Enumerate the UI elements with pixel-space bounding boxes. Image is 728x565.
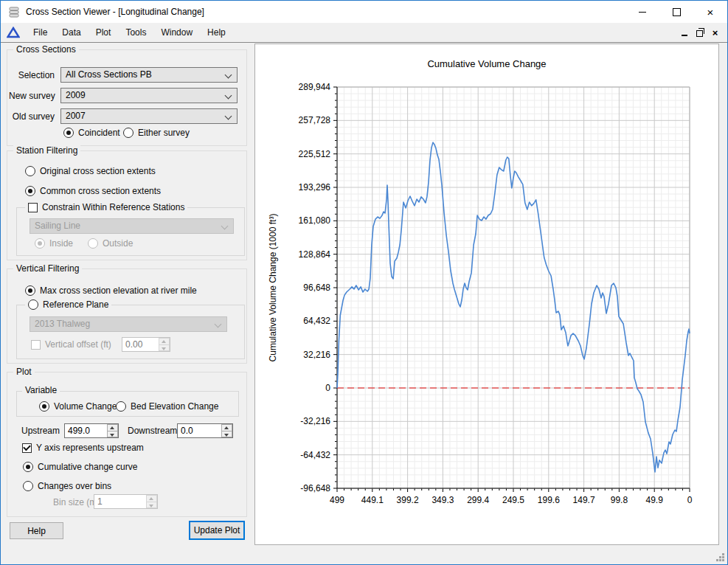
reference-plane-radio-circle xyxy=(28,299,38,310)
y-tick-label: 64,432 xyxy=(303,316,330,326)
coincident-radio[interactable]: Coincident xyxy=(63,128,120,138)
x-tick-label: 299.4 xyxy=(467,495,489,505)
menu-item-data[interactable]: Data xyxy=(55,23,88,42)
bed-elevation-radio[interactable]: Bed Elevation Change xyxy=(116,401,218,412)
vertical-offset-value: 0.00 xyxy=(122,338,159,351)
x-tick-label: 149.7 xyxy=(573,495,595,505)
x-tick-label: 499 xyxy=(330,495,344,505)
constrain-checkbox[interactable]: Constrain Within Reference Stations xyxy=(25,202,187,212)
maximize-button[interactable] xyxy=(659,1,693,23)
constrain-checkbox-box xyxy=(28,203,38,212)
app-window: Cross Section Viewer - [Longitudinal Cha… xyxy=(0,0,728,565)
old-survey-label: Old survey xyxy=(9,111,55,122)
chart-svg: 499449.1399.2349.3299.4249.5199.6149.799… xyxy=(255,44,718,544)
menu-item-window[interactable]: Window xyxy=(153,23,200,42)
resize-grip-icon[interactable] xyxy=(715,552,725,562)
either-survey-radio[interactable]: Either survey xyxy=(123,128,190,138)
max-elevation-radio-circle xyxy=(25,285,35,296)
upstream-label: Upstream xyxy=(21,426,60,436)
coincident-radio-circle xyxy=(63,128,74,138)
cumulative-volume-chart: 499449.1399.2349.3299.4249.5199.6149.799… xyxy=(255,44,718,544)
group-vertical-filtering: Vertical Filtering Max cross section ele… xyxy=(7,268,247,364)
close-icon: × xyxy=(707,7,714,18)
selection-combobox[interactable]: All Cross Sections PB xyxy=(60,67,238,83)
update-plot-button[interactable]: Update Plot xyxy=(189,521,245,540)
changes-over-bins-radio[interactable]: Changes over bins xyxy=(23,481,111,491)
inside-radio-label: Inside xyxy=(49,238,73,249)
downstream-spin-buttons[interactable] xyxy=(221,424,232,437)
cumulative-curve-radio[interactable]: Cumulative change curve xyxy=(23,462,137,472)
mdi-close-button[interactable]: × xyxy=(707,26,723,39)
upstream-value: 499.0 xyxy=(65,424,107,437)
new-survey-combobox[interactable]: 2009 xyxy=(60,88,238,103)
volume-change-radio-label: Volume Change xyxy=(54,401,117,412)
cumulative-curve-radio-label: Cumulative change curve xyxy=(38,462,137,472)
y-tick-label: 289,944 xyxy=(299,82,331,92)
original-extents-radio-circle xyxy=(25,166,35,176)
maximize-icon xyxy=(673,8,681,16)
selection-label: Selection xyxy=(9,70,55,80)
y-tick-label: 0 xyxy=(325,383,330,393)
common-extents-radio[interactable]: Common cross section extents xyxy=(25,186,161,196)
original-extents-radio[interactable]: Original cross section extents xyxy=(25,166,156,176)
spin-down-icon[interactable] xyxy=(107,431,118,438)
mdi-restore-button[interactable] xyxy=(692,26,707,39)
close-button[interactable]: × xyxy=(693,1,727,23)
group-plot-title: Plot xyxy=(13,367,35,377)
either-survey-radio-label: Either survey xyxy=(138,128,190,138)
group-cross-sections: Cross Sections Selection All Cross Secti… xyxy=(7,49,247,146)
window-title: Cross Section Viewer - [Longitudinal Cha… xyxy=(26,7,625,17)
group-station-filtering-title: Station Filtering xyxy=(13,145,80,156)
menu-bar: FileDataPlotToolsWindowHelp × xyxy=(1,23,727,42)
x-tick-label: 199.6 xyxy=(538,495,560,505)
status-bar xyxy=(1,546,727,564)
x-tick-label: 399.2 xyxy=(397,495,419,505)
group-station-filtering: Station Filtering Original cross section… xyxy=(7,150,247,260)
minimize-icon xyxy=(639,12,646,13)
upstream-spinner[interactable]: 499.0 xyxy=(64,423,119,438)
reference-plane-radio[interactable]: Reference Plane xyxy=(25,299,111,310)
chart-panel: 499449.1399.2349.3299.4249.5199.6149.799… xyxy=(254,44,719,545)
common-extents-radio-label: Common cross section extents xyxy=(40,186,161,196)
inside-outside-radios: Inside Outside xyxy=(35,238,133,249)
common-extents-radio-circle xyxy=(25,186,35,196)
max-elevation-radio-label: Max cross section elevation at river mil… xyxy=(40,285,197,296)
y-tick-label: -96,648 xyxy=(300,483,330,493)
y-tick-label: -32,216 xyxy=(300,416,330,426)
coincident-radio-label: Coincident xyxy=(78,128,120,138)
mdi-minimize-button[interactable] xyxy=(676,26,692,39)
y-axis-label: Cumulative Volume Change (1000 ft³) xyxy=(268,214,278,362)
x-tick-label: 0 xyxy=(687,495,693,505)
downstream-spinner[interactable]: 0.0 xyxy=(177,423,233,438)
either-survey-radio-circle xyxy=(123,128,134,138)
menu-items: FileDataPlotToolsWindowHelp xyxy=(26,23,233,42)
group-cross-sections-title: Cross Sections xyxy=(13,44,79,55)
bed-elevation-radio-label: Bed Elevation Change xyxy=(131,401,218,412)
minimize-button[interactable] xyxy=(625,1,659,23)
mdi-close-icon: × xyxy=(713,27,718,38)
menu-item-file[interactable]: File xyxy=(26,23,55,42)
help-button[interactable]: Help xyxy=(10,522,63,539)
spin-up-icon xyxy=(146,495,157,502)
old-survey-combobox[interactable]: 2007 xyxy=(60,108,238,124)
spin-up-icon[interactable] xyxy=(221,424,232,431)
spin-up-icon[interactable] xyxy=(107,424,118,431)
menu-item-help[interactable]: Help xyxy=(200,23,233,42)
downstream-label: Downstream xyxy=(128,426,177,436)
upstream-spin-buttons[interactable] xyxy=(107,424,118,437)
changes-over-bins-radio-label: Changes over bins xyxy=(38,481,111,491)
y-tick-label: 32,216 xyxy=(303,350,330,360)
yaxis-upstream-checkbox[interactable]: Y axis represents upstream xyxy=(22,443,144,453)
reference-plane-combobox: 2013 Thalweg xyxy=(30,316,227,332)
spin-down-icon[interactable] xyxy=(221,431,232,438)
title-bar: Cross Section Viewer - [Longitudinal Cha… xyxy=(1,1,727,23)
outside-radio-label: Outside xyxy=(103,238,133,249)
volume-change-radio[interactable]: Volume Change xyxy=(39,401,117,412)
max-elevation-radio[interactable]: Max cross section elevation at river mil… xyxy=(25,285,197,296)
x-tick-label: 99.8 xyxy=(611,495,628,505)
vertical-offset-checkbox-label: Vertical offset (ft) xyxy=(45,339,111,350)
menu-item-plot[interactable]: Plot xyxy=(89,23,119,42)
menu-item-tools[interactable]: Tools xyxy=(118,23,153,42)
delta-icon xyxy=(7,27,20,38)
variable-groupbox-title: Variable xyxy=(22,385,60,395)
